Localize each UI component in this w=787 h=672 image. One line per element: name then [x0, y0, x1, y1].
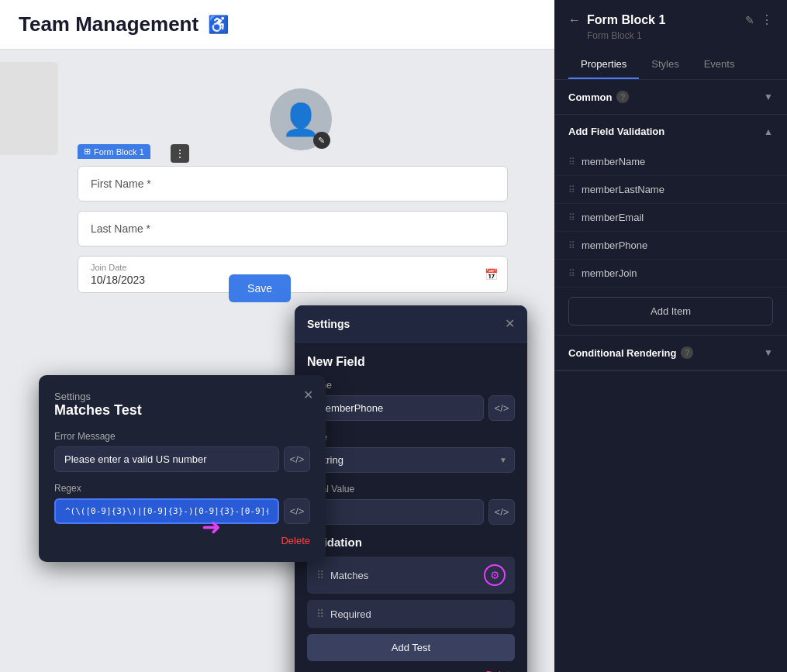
common-info-icon: ?: [616, 91, 629, 103]
type-field-label: Type: [307, 432, 515, 443]
matches-drag-handle[interactable]: ⠿: [316, 569, 324, 581]
required-label: Required: [330, 608, 371, 620]
common-title: Common ?: [568, 91, 629, 103]
regex-label: Regex: [54, 483, 310, 494]
field-member-lastname: ⠿ memberLastName: [554, 176, 787, 204]
accessibility-icon: ♿: [208, 15, 229, 35]
avatar-edit-button[interactable]: ✎: [313, 132, 330, 149]
conditional-title: Conditional Rendering ?: [568, 346, 693, 359]
first-name-field[interactable]: First Name *: [78, 166, 508, 202]
canvas-content: 👤 ✎ ⊞ Form Block 1 ⋮ First Name * Last N…: [0, 50, 554, 318]
avatar-person-icon: 👤: [281, 102, 320, 138]
validation-section-title: Validation: [307, 536, 515, 549]
new-field-modal-header: Settings ✕: [295, 305, 527, 343]
panel-header: ← Form Block 1 ✎ ⋮ Form Block 1 Properti…: [554, 0, 787, 80]
field-member-name: ⠿ memberName: [554, 148, 787, 176]
join-date-label: Join Date: [91, 263, 495, 272]
join-date-field[interactable]: Join Date 10/18/2023 📅: [78, 256, 508, 293]
arrow-indicator: ➜: [202, 513, 221, 540]
add-test-button[interactable]: Add Test: [307, 634, 515, 661]
canvas-area: Team Management ♿ 👤 ✎ ⊞ Form Block 1 ⋮ F…: [0, 0, 554, 672]
validation-collapse-arrow[interactable]: ▲: [764, 126, 773, 137]
name-field-label: Name: [307, 380, 515, 391]
name-input-row: </>: [307, 395, 515, 421]
initial-value-code-btn[interactable]: </>: [488, 499, 515, 525]
add-item-button[interactable]: Add Item: [568, 297, 773, 326]
error-message-code-btn[interactable]: </>: [284, 446, 310, 472]
validation-section-title: Add Field Validation: [568, 126, 664, 137]
field-member-join: ⠿ memberJoin: [554, 260, 787, 288]
panel-more-icon[interactable]: ⋮: [761, 12, 773, 27]
member-name-drag[interactable]: ⠿: [568, 157, 575, 167]
error-message-input[interactable]: [54, 446, 279, 472]
initial-value-label: Initial Value: [307, 484, 515, 495]
validation-item-required: ⠿ Required: [307, 600, 515, 628]
matches-delete-btn[interactable]: Delete: [54, 535, 310, 546]
regex-code-btn[interactable]: </>: [284, 498, 310, 524]
form-icon: ⊞: [84, 146, 91, 157]
initial-value-input[interactable]: [307, 499, 484, 525]
field-member-email: ⠿ memberEmail: [554, 204, 787, 232]
matches-modal: Settings ✕ Matches Test Error Message </…: [39, 375, 326, 562]
matches-label: Matches: [330, 570, 368, 581]
new-field-modal-body: New Field Name </> Type String Number Bo…: [295, 343, 527, 672]
regex-row: </>: [54, 498, 310, 524]
initial-value-row: </>: [307, 499, 515, 525]
type-select[interactable]: String Number Boolean Date: [307, 447, 515, 473]
new-field-modal-close[interactable]: ✕: [505, 316, 515, 331]
regex-input[interactable]: [54, 498, 279, 524]
member-lastname-drag[interactable]: ⠿: [568, 184, 575, 195]
member-join-drag[interactable]: ⠿: [568, 268, 575, 279]
member-phone-drag[interactable]: ⠿: [568, 240, 575, 251]
type-select-row: String Number Boolean Date: [307, 447, 515, 473]
common-section-header[interactable]: Common ? ▼: [554, 80, 787, 115]
last-name-field[interactable]: Last Name *: [78, 211, 508, 246]
validation-section: Add Field Validation ▲ ⠿ memberName ⠿ me…: [554, 115, 787, 336]
member-email-drag[interactable]: ⠿: [568, 212, 575, 223]
panel-title: Form Block 1: [587, 13, 739, 27]
field-member-phone: ⠿ memberPhone: [554, 232, 787, 260]
panel-body: Common ? ▼ Add Field Validation ▲ ⠿ memb…: [554, 80, 787, 672]
matches-modal-close[interactable]: ✕: [303, 388, 313, 402]
error-message-row: </>: [54, 446, 310, 472]
new-field-modal: Settings ✕ New Field Name </> Type Strin…: [295, 305, 527, 672]
conditional-info-icon: ?: [681, 346, 693, 359]
calendar-icon: 📅: [485, 268, 498, 281]
form-block-menu[interactable]: ⋮: [171, 144, 189, 163]
new-field-delete-btn[interactable]: Delete: [307, 669, 515, 672]
validation-item-matches: ⠿ Matches ⚙: [307, 557, 515, 594]
required-drag-handle[interactable]: ⠿: [316, 608, 324, 620]
panel-subtitle: Form Block 1: [587, 30, 773, 41]
panel-tabs: Properties Styles Events: [568, 50, 773, 79]
avatar-container: 👤 ✎: [78, 88, 523, 150]
conditional-section: Conditional Rendering ? ▼: [554, 336, 787, 371]
page-title: Team Management: [19, 12, 198, 36]
join-date-value: 10/18/2023: [91, 274, 145, 286]
tab-properties[interactable]: Properties: [568, 50, 639, 79]
name-input[interactable]: [307, 395, 484, 421]
error-message-label: Error Message: [54, 431, 310, 442]
save-button[interactable]: Save: [229, 274, 291, 302]
tab-events[interactable]: Events: [692, 50, 747, 79]
back-arrow[interactable]: ←: [568, 13, 581, 27]
validation-section-header[interactable]: Add Field Validation ▲: [554, 115, 787, 148]
conditional-section-header[interactable]: Conditional Rendering ? ▼: [554, 336, 787, 370]
panel-title-row: ← Form Block 1 ✎ ⋮: [568, 12, 773, 27]
avatar: 👤 ✎: [270, 88, 332, 150]
panel-edit-icon[interactable]: ✎: [745, 14, 754, 26]
tab-styles[interactable]: Styles: [639, 50, 691, 79]
new-field-heading: New Field: [307, 355, 515, 369]
form-block-label[interactable]: ⊞ Form Block 1: [78, 144, 150, 159]
matches-modal-heading: Matches Test: [54, 402, 310, 419]
common-collapse-arrow[interactable]: ▼: [764, 91, 773, 102]
right-panel: ← Form Block 1 ✎ ⋮ Form Block 1 Properti…: [554, 0, 787, 672]
matches-gear-icon[interactable]: ⚙: [484, 564, 506, 586]
form-block-wrapper: ⊞ Form Block 1 ⋮ First Name * Last Name …: [78, 166, 508, 293]
matches-modal-settings-title: Settings: [54, 391, 310, 402]
page-header: Team Management ♿: [0, 0, 554, 50]
name-code-btn[interactable]: </>: [488, 395, 515, 421]
conditional-collapse-arrow[interactable]: ▼: [764, 347, 773, 358]
new-field-modal-title: Settings: [307, 318, 350, 330]
